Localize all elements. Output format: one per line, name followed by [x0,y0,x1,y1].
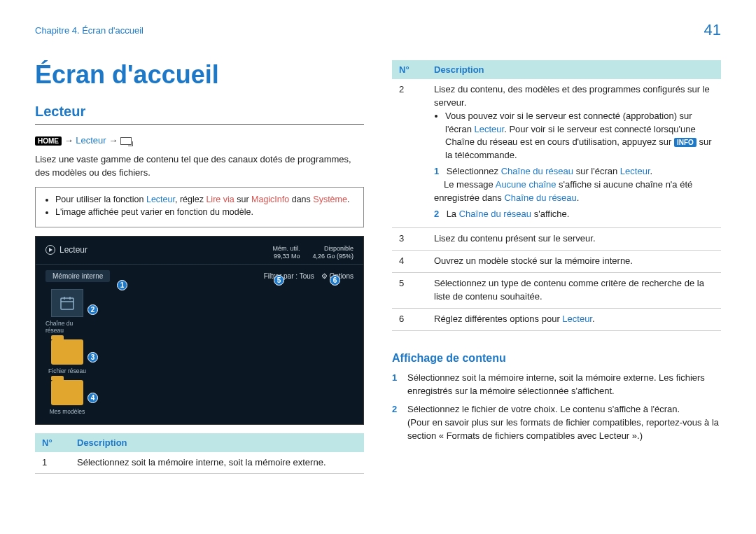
home-tag: HOME [35,136,62,146]
memory-button[interactable]: Mémoire interne [46,270,110,282]
subsection-heading: Affichage de contenu [392,352,721,365]
folder-icon [51,380,83,405]
callout-3: 3 [88,352,98,363]
callout-6: 6 [330,275,340,286]
device-title: Lecteur [59,245,88,255]
grid-item-my-templates[interactable]: Mes modèles 4 [46,380,89,415]
callout-4: 4 [88,393,98,403]
intro-text: Lisez une vaste gamme de contenu tel que… [35,153,364,180]
note-box: Pour utiliser la fonction Lecteur, régle… [35,187,364,227]
table-row: 5Sélectionnez un type de contenu comme c… [392,273,721,309]
svg-rect-0 [61,298,74,309]
callout-2: 2 [88,304,98,315]
section-heading-lecteur: Lecteur [35,104,364,125]
calendar-icon [51,289,83,317]
info-tag: INFO [674,138,696,147]
content-steps: 1 Sélectionnez soit la mémoire interne, … [392,372,721,443]
grid-item-network-channel[interactable]: Chaîne du réseau 2 [46,289,89,334]
table-header-desc: Description [70,433,364,452]
table-row: 1 Sélectionnez soit la mémoire interne, … [35,452,364,474]
description-table-right: N° Description 2 Lisez du contenu, des m… [392,60,721,331]
nav-path: HOME → Lecteur → [35,134,364,148]
table-row: 3Lisez du contenu présent sur le serveur… [392,228,721,251]
table-row: 4Ouvrez un modèle stocké sur la mémoire … [392,251,721,273]
description-table-left: N° Description 1 Sélectionnez soit la mé… [35,433,364,475]
device-stats: Mém. util.99,33 Mo Disponible4,26 Go (95… [272,245,354,261]
table-header-desc: Description [427,60,721,79]
table-header-no: N° [35,433,70,452]
folder-icon [51,339,83,365]
nav-lecteur: Lecteur [76,135,106,146]
table-row: 6 Réglez différentes options pour Lecteu… [392,308,721,330]
list-item: 1 Sélectionnez soit la mémoire interne, … [392,372,721,398]
filter-control[interactable]: Filtrer par : Tous [264,272,314,280]
table-row: 2 Lisez du contenu, des modèles et des p… [392,79,721,228]
play-icon [46,245,55,255]
arrow-icon: → [64,135,74,146]
callout-1: 1 [117,280,127,290]
list-item: 2 Sélectionnez le fichier de votre choix… [392,403,721,443]
arrow-icon: → [108,135,118,146]
callout-5: 5 [274,275,284,286]
enter-icon [120,137,132,145]
chapter-breadcrumb: Chapitre 4. Écran d'accueil [35,25,144,36]
note-item: Pour utiliser la fonction Lecteur, régle… [55,195,354,204]
note-item: L'image affichée peut varier en fonction… [55,207,354,217]
device-screenshot: Lecteur Mém. util.99,33 Mo Disponible4,2… [35,236,364,425]
table-header-no: N° [392,60,427,79]
grid-item-network-file[interactable]: Fichier réseau 3 [46,339,89,374]
page-title: Écran d'accueil [35,60,364,90]
page-number: 41 [704,21,721,39]
